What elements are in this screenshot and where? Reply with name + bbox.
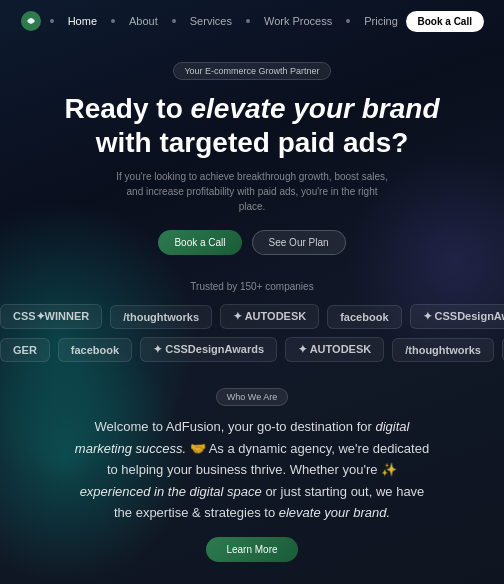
nav-dot-3: [172, 19, 176, 23]
learn-more-button[interactable]: Learn More: [206, 537, 297, 562]
csswinner-label-1: CSS✦WINNER: [13, 310, 89, 323]
nav-dot-2: [111, 19, 115, 23]
nav-link-pricing[interactable]: Pricing: [364, 15, 398, 27]
nav-book-button[interactable]: Book a Call: [406, 11, 484, 32]
logo: [20, 10, 42, 32]
nav-link-about[interactable]: About: [129, 15, 158, 27]
hero-plan-button[interactable]: See Our Plan: [252, 230, 346, 255]
logo-pill-autodesk-r1: ✦ AUTODESK: [285, 337, 384, 362]
marquee-row1-container: CSS✦WINNER /thoughtworks ✦ AUTODESK face…: [0, 300, 504, 333]
who-text: Welcome to AdFusion, your go-to destinat…: [72, 416, 432, 523]
logo-pill-facebook-r1: facebook: [58, 338, 132, 362]
hero-badge: Your E-commerce Growth Partner: [173, 62, 330, 80]
who-badge: Who We Are: [216, 388, 288, 406]
hero-book-button[interactable]: Book a Call: [158, 230, 241, 255]
thoughtworks-r-label-1: /thoughtworks: [405, 344, 481, 356]
page-wrapper: Home About Services Work Process Pricing…: [0, 0, 504, 584]
logo-pill-thoughtworks-1: /thoughtworks: [110, 305, 212, 329]
marquee-row2-container: GER facebook ✦ CSSDesignAwards ✦ AUTODES…: [0, 333, 504, 366]
hero-section: Your E-commerce Growth Partner Ready to …: [0, 42, 504, 271]
logo-pill-thoughtworks-r1: /thoughtworks: [392, 338, 494, 362]
bottom-btn-area: Learn More: [0, 523, 504, 562]
who-text-start: Welcome to AdFusion, your go-to destinat…: [95, 419, 376, 434]
autodesk-r-label-1: ✦ AUTODESK: [298, 343, 371, 356]
logo-pill-ger-1: GER: [0, 338, 50, 362]
hero-title-end: with targeted paid ads?: [96, 127, 409, 158]
autodesk-label-1: ✦ AUTODESK: [233, 310, 306, 323]
who-text-italic2: experienced in the digital space: [80, 484, 262, 499]
logo-pill-autodesk-1: ✦ AUTODESK: [220, 304, 319, 329]
who-text-italic3: elevate your brand.: [279, 505, 390, 520]
hero-title-start: Ready to: [64, 93, 190, 124]
nav-link-services[interactable]: Services: [190, 15, 232, 27]
nav-dot-5: [346, 19, 350, 23]
nav-link-home[interactable]: Home: [68, 15, 97, 27]
logo-pill-cssdesign-r1: ✦ CSSDesignAwards: [140, 337, 277, 362]
nav-dot: [50, 19, 54, 23]
who-emoji2: ✨: [381, 462, 397, 477]
who-emoji1: 🤝: [190, 441, 206, 456]
nav-dot-4: [246, 19, 250, 23]
navbar: Home About Services Work Process Pricing…: [0, 0, 504, 42]
thoughtworks-label-1: /thoughtworks: [123, 311, 199, 323]
facebook-r-label-1: facebook: [71, 344, 119, 356]
logo-pill-cssdesign-1: ✦ CSSDesignAwards: [410, 304, 505, 329]
nav-links: Home About Services Work Process Pricing: [50, 15, 398, 27]
trusted-section: Trusted by 150+ companies CSS✦WINNER /th…: [0, 271, 504, 372]
who-we-are-section: Who We Are Welcome to AdFusion, your go-…: [0, 372, 504, 523]
cssdesign-label-1: ✦ CSSDesignAwards: [423, 310, 505, 323]
trusted-label: Trusted by 150+ companies: [0, 281, 504, 292]
hero-title: Ready to elevate your brand with targete…: [40, 92, 464, 159]
hero-title-italic: elevate your brand: [191, 93, 440, 124]
ger-label-1: GER: [13, 344, 37, 356]
marquee-row2: GER facebook ✦ CSSDesignAwards ✦ AUTODES…: [0, 333, 504, 366]
marquee-row1: CSS✦WINNER /thoughtworks ✦ AUTODESK face…: [0, 300, 504, 333]
logo-icon: [20, 10, 42, 32]
logo-pill-facebook-1: facebook: [327, 305, 401, 329]
hero-subtitle: If you're looking to achieve breakthroug…: [112, 169, 392, 214]
facebook-label-1: facebook: [340, 311, 388, 323]
logo-pill-csswinner-1: CSS✦WINNER: [0, 304, 102, 329]
cssdesign-r-label-1: ✦ CSSDesignAwards: [153, 343, 264, 356]
nav-link-work-process[interactable]: Work Process: [264, 15, 332, 27]
hero-buttons: Book a Call See Our Plan: [40, 230, 464, 255]
